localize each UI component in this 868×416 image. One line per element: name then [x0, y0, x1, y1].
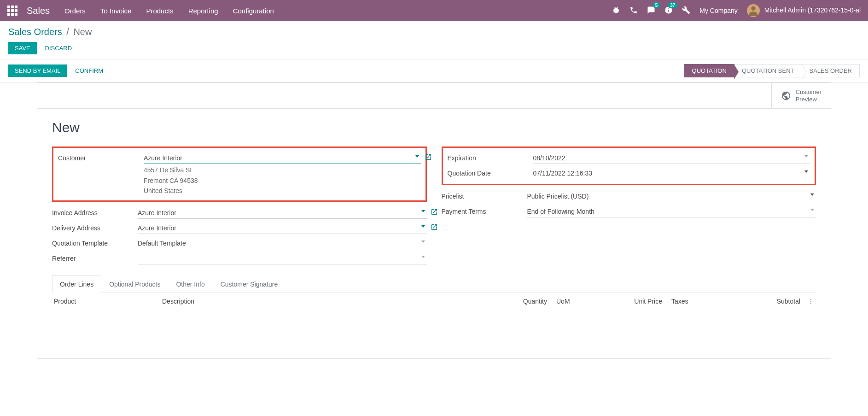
- chevron-down-icon[interactable]: [810, 209, 814, 211]
- order-lines-header: Product Description Quantity UoM Unit Pr…: [52, 293, 816, 310]
- user-menu[interactable]: Mitchell Admin (17320762-15-0-al: [747, 4, 861, 17]
- kebab-icon[interactable]: ⋮: [800, 298, 814, 305]
- referrer-input[interactable]: [138, 253, 427, 264]
- label-pricelist: Pricelist: [442, 191, 527, 200]
- col-unit-price: Unit Price: [593, 298, 662, 305]
- sheet-header: Customer Preview: [37, 83, 831, 109]
- col-quantity: Quantity: [501, 298, 547, 305]
- nav-menu: Orders To Invoice Products Reporting Con…: [64, 7, 612, 15]
- status-sales-order[interactable]: SALES ORDER: [802, 64, 860, 77]
- pricelist-input[interactable]: [527, 191, 816, 202]
- chevron-down-icon[interactable]: [421, 240, 425, 243]
- record-title: New: [52, 120, 816, 135]
- breadcrumb: Sales Orders / New: [8, 27, 860, 37]
- doc-actions: SEND BY EMAIL CONFIRM QUOTATION QUOTATIO…: [0, 59, 868, 82]
- phone-icon[interactable]: [629, 6, 638, 16]
- tab-other-info[interactable]: Other Info: [168, 275, 212, 293]
- label-payment-terms: Payment Terms: [442, 206, 527, 215]
- label-quotation-date: Quotation Date: [448, 168, 533, 177]
- app-brand[interactable]: Sales: [27, 6, 50, 16]
- breadcrumb-bar: Sales Orders / New SAVE DISCARD: [0, 21, 868, 59]
- col-description: Description: [162, 298, 501, 305]
- status-quotation-sent[interactable]: QUOTATION SENT: [734, 64, 802, 77]
- quotation-template-input[interactable]: [138, 238, 427, 249]
- payment-terms-input[interactable]: [527, 206, 816, 217]
- form-sheet: Customer Preview New Customer: [37, 82, 831, 359]
- chevron-down-icon[interactable]: [421, 256, 425, 258]
- tab-customer-signature[interactable]: Customer Signature: [213, 275, 286, 293]
- apps-icon[interactable]: [7, 6, 17, 16]
- nav-products[interactable]: Products: [146, 7, 173, 15]
- save-button[interactable]: SAVE: [8, 42, 37, 54]
- label-invoice-address: Invoice Address: [52, 207, 138, 217]
- external-link-icon[interactable]: [425, 153, 432, 162]
- avatar-icon: [747, 4, 760, 17]
- chevron-down-icon[interactable]: [421, 210, 425, 212]
- chevron-down-icon[interactable]: [421, 225, 425, 228]
- customer-preview-button[interactable]: Customer Preview: [771, 83, 831, 108]
- external-link-icon[interactable]: [431, 223, 438, 232]
- label-referrer: Referrer: [52, 253, 138, 262]
- chat-badge: 5: [653, 2, 660, 8]
- chevron-down-icon[interactable]: [810, 193, 814, 196]
- confirm-button[interactable]: CONFIRM: [69, 64, 110, 77]
- customer-address: 4557 De Silva St Fremont CA 94538 United…: [144, 165, 421, 196]
- col-subtotal: Subtotal: [731, 298, 800, 305]
- discard-button[interactable]: DISCARD: [39, 42, 79, 54]
- expiration-input[interactable]: [533, 152, 810, 164]
- label-customer: Customer: [58, 152, 144, 162]
- label-delivery-address: Delivery Address: [52, 223, 138, 232]
- label-expiration: Expiration: [448, 152, 533, 162]
- activity-icon[interactable]: 37: [664, 6, 673, 16]
- quotation-date-input[interactable]: [533, 168, 810, 179]
- breadcrumb-current: New: [73, 27, 92, 37]
- highlight-dates: Expiration Quotation Date: [442, 146, 816, 185]
- tools-icon[interactable]: [682, 6, 690, 16]
- highlight-customer: Customer 4557 De Silva St Fremont CA 945…: [52, 146, 427, 202]
- activity-badge: 37: [668, 2, 677, 8]
- nav-reporting[interactable]: Reporting: [188, 7, 218, 15]
- invoice-address-input[interactable]: [138, 207, 427, 219]
- nav-orders[interactable]: Orders: [64, 7, 86, 15]
- nav-to-invoice[interactable]: To Invoice: [100, 7, 132, 15]
- external-link-icon[interactable]: [431, 208, 438, 217]
- status-quotation[interactable]: QUOTATION: [684, 64, 734, 77]
- bug-icon[interactable]: [612, 6, 620, 16]
- col-uom: UoM: [547, 298, 593, 305]
- company-name[interactable]: My Company: [699, 7, 737, 14]
- col-taxes: Taxes: [662, 298, 731, 305]
- delivery-address-input[interactable]: [138, 223, 427, 234]
- chevron-down-icon[interactable]: [804, 170, 808, 173]
- col-product: Product: [54, 298, 162, 305]
- top-nav: Sales Orders To Invoice Products Reporti…: [0, 0, 868, 21]
- breadcrumb-parent[interactable]: Sales Orders: [8, 27, 62, 37]
- chat-icon[interactable]: 5: [647, 6, 655, 16]
- tab-optional-products[interactable]: Optional Products: [101, 275, 168, 293]
- globe-icon: [781, 91, 791, 101]
- svg-point-0: [751, 6, 755, 11]
- tab-order-lines[interactable]: Order Lines: [52, 275, 101, 293]
- nav-right: 5 37 My Company Mitchell Admin (17320762…: [612, 4, 861, 17]
- nav-configuration[interactable]: Configuration: [233, 7, 274, 15]
- tabs: Order Lines Optional Products Other Info…: [52, 275, 816, 293]
- customer-input[interactable]: [144, 152, 421, 164]
- send-email-button[interactable]: SEND BY EMAIL: [8, 64, 67, 77]
- chevron-down-icon[interactable]: [804, 155, 808, 158]
- chevron-down-icon[interactable]: [415, 155, 419, 158]
- label-quotation-template: Quotation Template: [52, 238, 138, 247]
- status-bar: QUOTATION QUOTATION SENT SALES ORDER: [684, 64, 860, 77]
